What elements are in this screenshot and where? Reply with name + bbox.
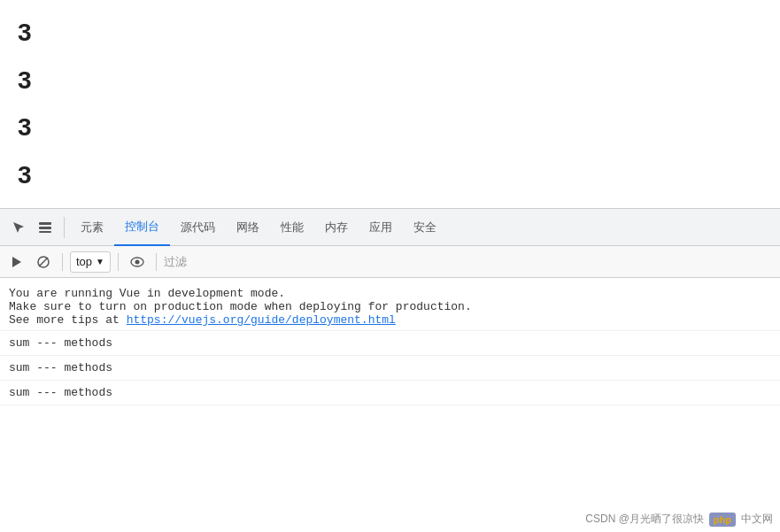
tab-network[interactable]: 网络 [226,209,270,246]
sum-line-1: sum --- methods [0,331,780,356]
cnzn-text: 中文网 [741,512,773,527]
tab-application[interactable]: 应用 [359,209,403,246]
svg-line-5 [39,258,48,266]
php-label: php [714,514,731,525]
vue-warning-message: You are running Vue in development mode.… [0,283,780,331]
devtools-panel: 元素 控制台 源代码 网络 性能 内存 应用 安全 [0,208,780,532]
sum-line-2: sum --- methods [0,356,780,381]
toolbar-divider-1 [62,253,63,271]
watermark: CSDN @月光晒了很凉快 php 中文网 [585,512,773,527]
eye-icon[interactable] [126,251,149,274]
vue-warning-line-1: You are running Vue in development mode. [9,287,771,300]
csdn-text: CSDN @月光晒了很凉快 [585,512,704,527]
top-selector-label: top [76,255,92,268]
tab-performance[interactable]: 性能 [270,209,314,246]
php-badge: php [709,513,736,527]
main-content: 3 3 3 3 [0,0,780,208]
tab-console[interactable]: 控制台 [114,209,170,246]
tab-divider-1 [64,217,65,238]
svg-rect-2 [39,231,51,233]
ban-icon[interactable] [32,251,55,274]
tab-memory[interactable]: 内存 [314,209,359,246]
svg-point-7 [135,259,139,264]
number-4: 3 [18,154,762,197]
play-icon[interactable] [5,251,28,274]
toolbar-divider-2 [118,253,119,271]
devtools-toolbar: top ▼ [0,246,780,278]
number-2: 3 [18,59,762,102]
devtools-tab-bar: 元素 控制台 源代码 网络 性能 内存 应用 安全 [0,209,780,246]
svg-rect-1 [39,227,51,229]
svg-rect-0 [39,222,51,225]
toolbar-divider-3 [156,253,157,271]
filter-input[interactable] [164,255,341,268]
vue-warning-line-2: Make sure to turn on production mode whe… [9,300,771,313]
tab-sources[interactable]: 源代码 [170,209,226,246]
number-1: 3 [18,12,762,54]
vue-docs-link[interactable]: https://vuejs.org/guide/deployment.html [127,313,396,327]
top-selector[interactable]: top ▼ [70,251,111,273]
number-3: 3 [18,106,762,149]
svg-marker-3 [12,257,21,267]
layers-icon[interactable] [33,215,58,240]
console-output: You are running Vue in development mode.… [0,278,780,532]
vue-warning-line-3: See more tips at https://vuejs.org/guide… [9,313,771,327]
tab-security[interactable]: 安全 [403,209,447,246]
tab-elements[interactable]: 元素 [70,209,114,246]
cursor-icon[interactable] [6,215,31,240]
sum-line-3: sum --- methods [0,381,780,405]
top-selector-arrow: ▼ [96,257,104,266]
